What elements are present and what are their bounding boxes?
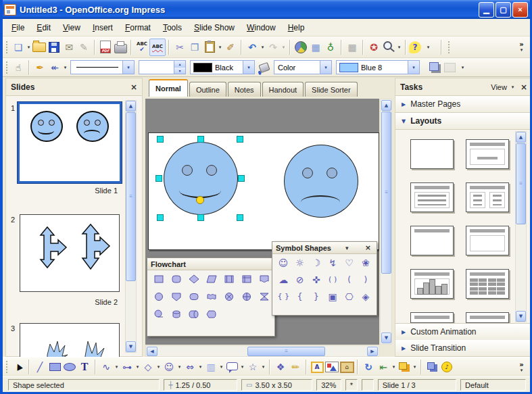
- spellcheck-button[interactable]: ABC ✔: [135, 39, 149, 55]
- save-button[interactable]: [47, 39, 62, 55]
- fill-type-dropdown-icon[interactable]: ▾: [320, 61, 331, 74]
- select-button[interactable]: ▶: [7, 357, 28, 377]
- symbol-shapes-dropdown-icon[interactable]: ▾: [176, 364, 183, 370]
- slides-scrollbar[interactable]: ▲ ▼: [125, 100, 137, 353]
- spinner-down-icon[interactable]: ▾: [174, 68, 185, 74]
- selection-handle[interactable]: [157, 214, 164, 221]
- help-button[interactable]: ?: [409, 41, 421, 53]
- gallery-button[interactable]: ⌂: [339, 359, 354, 375]
- toolbar-overflow-icon[interactable]: ▾: [425, 45, 431, 50]
- stars-dropdown-icon[interactable]: ▾: [260, 364, 266, 370]
- shape-moon-icon[interactable]: ☽: [308, 257, 324, 268]
- alignment-button[interactable]: ⇤: [376, 359, 391, 375]
- shape-double-bracket-icon[interactable]: ( ): [324, 274, 341, 285]
- menu-help[interactable]: Help: [282, 20, 311, 35]
- flowchart-punched-tape-icon[interactable]: [206, 291, 217, 302]
- flowchart-data-icon[interactable]: [206, 274, 217, 285]
- shape-prohibited-icon[interactable]: ⊘: [291, 274, 308, 285]
- menu-insert[interactable]: Insert: [87, 20, 119, 35]
- tab-notes[interactable]: Notes: [228, 82, 261, 97]
- symbol-shapes-close-icon[interactable]: ×: [363, 243, 373, 252]
- basic-shapes-button[interactable]: ◇: [141, 359, 155, 375]
- toolbar-overflow-icon[interactable]: ▾: [460, 65, 466, 70]
- flowchart-internal-storage-icon[interactable]: [241, 274, 252, 285]
- shape-right-bracket-icon[interactable]: ): [358, 274, 374, 285]
- slide-workspace[interactable]: Flowchart: [145, 99, 379, 345]
- shape-diamond-bevel-icon[interactable]: ◈: [358, 291, 374, 302]
- status-zoom[interactable]: 32%: [316, 379, 341, 391]
- line-style-combo[interactable]: ▾: [70, 60, 135, 74]
- tab-handout[interactable]: Handout: [262, 82, 304, 97]
- arrow-style-dropdown-icon[interactable]: ▾: [62, 65, 68, 70]
- menu-view[interactable]: View: [57, 20, 87, 35]
- zoom-button[interactable]: [381, 39, 396, 55]
- scrollbar-thumb[interactable]: [381, 112, 391, 274]
- selection-handle[interactable]: [197, 136, 204, 143]
- interaction-button[interactable]: ♪: [439, 359, 454, 375]
- close-button[interactable]: ×: [512, 2, 528, 18]
- arrow-style-button[interactable]: ↞: [47, 59, 62, 76]
- curve-button[interactable]: ∿: [99, 359, 114, 375]
- layout-title-table[interactable]: [466, 269, 509, 299]
- table-button[interactable]: ▦: [308, 39, 323, 55]
- shape-flower-icon[interactable]: ❀: [358, 257, 374, 268]
- menu-slide-show[interactable]: Slide Show: [188, 20, 241, 35]
- scroll-down-button[interactable]: ▼: [516, 311, 526, 322]
- flowchart-dropdown-icon[interactable]: ▾: [218, 364, 224, 370]
- layout-title-bullets[interactable]: [410, 182, 454, 212]
- toolbar-grip[interactable]: [448, 41, 450, 54]
- email-button[interactable]: ✉: [62, 39, 76, 55]
- toolbar-grip[interactable]: [5, 360, 8, 374]
- presentation-toolbar-collapsed[interactable]: » ▾: [518, 41, 525, 53]
- flowchart-button[interactable]: ▥: [203, 359, 218, 375]
- slide-1-thumbnail[interactable]: [18, 102, 122, 183]
- redo-dropdown-icon[interactable]: ▾: [281, 45, 287, 50]
- layout-title-only[interactable]: [410, 226, 454, 255]
- edit-file-button[interactable]: ✎: [76, 39, 91, 55]
- pen-style-button[interactable]: ✒: [32, 59, 47, 76]
- tab-normal[interactable]: Normal: [149, 79, 188, 97]
- layout-title-content[interactable]: [466, 139, 509, 169]
- new-document-button[interactable]: ❏: [11, 39, 26, 55]
- slide-3-thumbnail[interactable]: [20, 323, 120, 358]
- format-paintbrush-button[interactable]: ✐: [223, 39, 238, 55]
- layout-title-empty-content[interactable]: [466, 226, 509, 255]
- minimize-button[interactable]: ▁: [479, 2, 494, 18]
- line-width-spin-buttons[interactable]: ▴ ▾: [174, 61, 185, 74]
- tab-outline[interactable]: Outline: [189, 82, 226, 97]
- scroll-left-button[interactable]: ◀: [147, 347, 158, 356]
- flowchart-sequential-access-icon[interactable]: [153, 309, 164, 320]
- scroll-down-button[interactable]: ▼: [381, 333, 391, 343]
- hyperlink-button[interactable]: ♁: [323, 39, 338, 55]
- cut-button[interactable]: ✂: [172, 39, 187, 55]
- title-bar[interactable]: Untitled3 - OpenOffice.org Impress ▁ ▢ ×: [0, 0, 532, 19]
- line-color-dropdown-icon[interactable]: ▾: [243, 61, 254, 74]
- alignment-dropdown-icon[interactable]: ▾: [391, 364, 397, 370]
- flowchart-connector-icon[interactable]: [153, 291, 164, 302]
- layout-partial[interactable]: [466, 312, 509, 323]
- curve-dropdown-icon[interactable]: ▾: [114, 364, 120, 370]
- shape-right-brace-icon[interactable]: }: [308, 291, 324, 302]
- scroll-up-button[interactable]: ▲: [381, 100, 391, 111]
- display-grid-button[interactable]: ▦: [345, 39, 360, 55]
- glue-points-button[interactable]: ✏: [288, 359, 303, 375]
- shape-heart-icon[interactable]: ♡: [341, 257, 357, 268]
- fill-type-combo[interactable]: Color ▾: [274, 60, 332, 74]
- selection-handle[interactable]: [238, 175, 245, 182]
- flowchart-terminator-icon[interactable]: [189, 291, 199, 302]
- tasks-view-dropdown-icon[interactable]: ▾: [510, 84, 516, 90]
- export-pdf-button[interactable]: PDF: [98, 39, 113, 55]
- slide-2-thumbnail[interactable]: [20, 214, 120, 292]
- layout-partial[interactable]: [410, 312, 454, 323]
- section-slide-transition[interactable]: ▶ Slide Transition: [395, 340, 532, 357]
- zoom-dropdown-icon[interactable]: ▾: [396, 45, 402, 50]
- menu-file[interactable]: File: [5, 20, 30, 35]
- scroll-up-button[interactable]: ▲: [126, 101, 136, 112]
- flowchart-display-icon[interactable]: [206, 309, 217, 320]
- shape-double-brace-icon[interactable]: { }: [275, 291, 291, 302]
- rectangle-button[interactable]: [47, 359, 62, 375]
- selection-handle[interactable]: [237, 214, 243, 221]
- line-width-spinner[interactable]: ▴ ▾: [139, 60, 186, 74]
- fontwork-button[interactable]: A: [310, 359, 324, 375]
- paste-dropdown-icon[interactable]: ▾: [217, 45, 223, 50]
